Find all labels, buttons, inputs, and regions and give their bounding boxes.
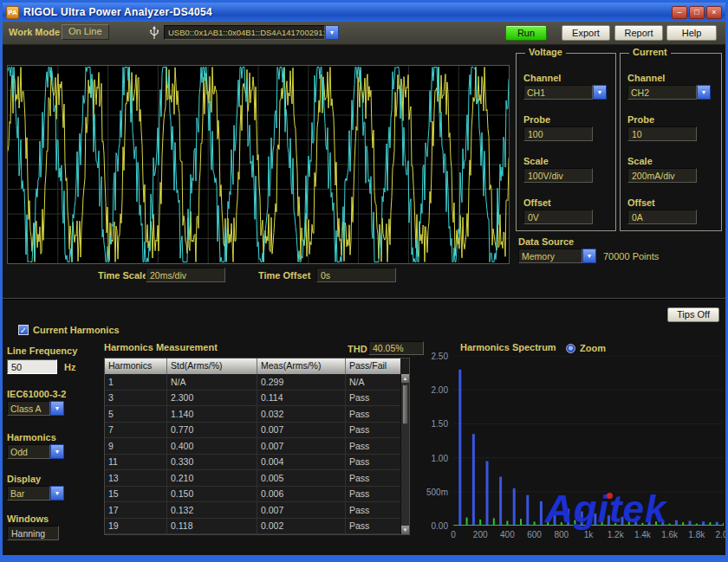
chevron-down-icon[interactable]: ▼ xyxy=(582,249,596,263)
current-harmonics-label: Current Harmonics xyxy=(33,325,120,335)
current-offset-field[interactable]: 0A xyxy=(627,210,697,224)
table-cell: 7 xyxy=(105,423,167,438)
title-bar[interactable]: PA RIGOL Ultra Power Analyzer-DS4054 – □… xyxy=(3,3,725,22)
harmonics-mode-value: Odd xyxy=(7,444,50,459)
voltage-group-title: Voltage xyxy=(525,47,566,57)
table-header-cell[interactable]: Std(Arms/%) xyxy=(167,359,257,374)
run-button[interactable]: Run xyxy=(505,25,547,41)
spectrum-y-label: 500m xyxy=(426,487,448,496)
spectrum-y-label: 2.00 xyxy=(432,385,448,395)
chevron-down-icon[interactable]: ▼ xyxy=(325,25,339,40)
thd-value-field: 40.05% xyxy=(368,341,424,355)
close-icon[interactable]: × xyxy=(706,6,722,19)
scroll-up-icon[interactable]: ▲ xyxy=(401,374,409,383)
data-source-points: 70000 Points xyxy=(603,251,659,262)
minimize-icon[interactable]: – xyxy=(672,6,687,19)
harmonics-table-body: 1N/A0.299N/A32.3000.114Pass51.1400.032Pa… xyxy=(105,374,400,534)
voltage-scale-field[interactable]: 100V/div xyxy=(523,168,593,183)
time-offset-field[interactable]: 0s xyxy=(316,268,396,282)
display-mode-select[interactable]: Bar ▼ xyxy=(7,486,64,501)
voltage-channel-select[interactable]: CH1 ▼ xyxy=(523,85,607,100)
table-cell: 0.210 xyxy=(167,470,257,486)
harmonics-mode-select[interactable]: Odd ▼ xyxy=(7,444,64,459)
table-row[interactable]: 1N/A0.299N/A xyxy=(105,374,400,391)
table-cell: 0.330 xyxy=(167,455,257,470)
table-row[interactable]: 90.4000.007Pass xyxy=(105,438,400,455)
table-cell: 15 xyxy=(105,487,167,502)
spectrum-x-label: 2.0k xyxy=(716,530,728,539)
table-row[interactable]: 130.2100.005Pass xyxy=(105,470,400,487)
table-row[interactable]: 32.3000.114Pass xyxy=(105,391,400,407)
chevron-down-icon[interactable]: ▼ xyxy=(50,401,64,416)
table-cell: 0.032 xyxy=(257,406,346,422)
current-harmonics-checkbox[interactable]: ✓ xyxy=(18,325,29,335)
usb-address-field[interactable]: USB0::0x1AB1::0x04B1::DS4A141700291::INS… xyxy=(164,25,325,40)
chevron-down-icon[interactable]: ▼ xyxy=(697,85,711,100)
export-button[interactable]: Export xyxy=(562,25,610,41)
table-cell: 19 xyxy=(105,519,167,534)
work-mode-label: Work Mode xyxy=(9,27,60,37)
spectrum-x-label: 1.8k xyxy=(688,530,705,539)
harmonics-mode-label: Harmonics xyxy=(7,432,56,442)
table-cell: 0.007 xyxy=(257,502,346,518)
data-source-select[interactable]: Memory ▼ xyxy=(518,249,596,263)
chevron-down-icon[interactable]: ▼ xyxy=(593,85,607,100)
section-divider xyxy=(3,298,725,300)
table-header-cell[interactable]: Harmonics xyxy=(105,359,167,374)
harmonics-table: HarmonicsStd(Arms/%)Meas(Arms/%)Pass/Fai… xyxy=(104,358,410,535)
spectrum-x-label: 1k xyxy=(584,530,594,539)
usb-icon xyxy=(148,26,160,40)
app-window: PA RIGOL Ultra Power Analyzer-DS4054 – □… xyxy=(0,0,728,562)
tips-off-button[interactable]: Tips Off xyxy=(667,307,719,322)
maximize-icon[interactable]: □ xyxy=(689,6,705,19)
spectrum-x-label: 1.6k xyxy=(661,530,678,539)
table-cell: Pass xyxy=(346,406,400,422)
table-cell: N/A xyxy=(167,374,257,390)
current-scale-field[interactable]: 200mA/div xyxy=(627,168,697,183)
usb-address-dropdown[interactable]: ▼ xyxy=(325,25,339,40)
table-header-cell[interactable]: Pass/Fail xyxy=(346,359,400,374)
window-function-field[interactable]: Hanning xyxy=(7,526,59,540)
table-cell: 1.140 xyxy=(167,406,257,422)
current-channel-select[interactable]: CH2 ▼ xyxy=(627,85,711,100)
harmonics-table-header: HarmonicsStd(Arms/%)Meas(Arms/%)Pass/Fai… xyxy=(105,359,400,374)
table-cell: Pass xyxy=(346,502,400,518)
line-frequency-input[interactable] xyxy=(7,359,57,374)
table-header-cell[interactable]: Meas(Arms/%) xyxy=(257,359,346,374)
zoom-label: Zoom xyxy=(580,343,606,353)
spectrum-chart xyxy=(453,356,724,527)
table-scrollbar[interactable]: ▲ ▼ xyxy=(400,374,409,534)
voltage-probe-field[interactable]: 100 xyxy=(523,126,593,141)
table-row[interactable]: 190.1180.002Pass xyxy=(105,519,400,535)
iec-class-select[interactable]: Class A ▼ xyxy=(7,401,64,416)
report-button[interactable]: Report xyxy=(614,25,663,41)
spectrum-x-label: 600 xyxy=(527,530,542,539)
table-cell: 17 xyxy=(105,502,167,518)
table-cell: 0.150 xyxy=(167,487,257,502)
table-row[interactable]: 170.1320.007Pass xyxy=(105,502,400,519)
table-row[interactable]: 70.7700.007Pass xyxy=(105,423,400,439)
table-cell: 0.132 xyxy=(167,502,257,518)
table-cell: 9 xyxy=(105,438,167,454)
table-cell: 0.299 xyxy=(257,374,346,390)
voltage-offset-label: Offset xyxy=(523,197,551,208)
chevron-down-icon[interactable]: ▼ xyxy=(50,444,64,459)
table-row[interactable]: 110.3300.004Pass xyxy=(105,455,400,471)
table-row[interactable]: 150.1500.006Pass xyxy=(105,487,400,503)
help-button[interactable]: Help xyxy=(666,25,717,41)
voltage-channel-value: CH1 xyxy=(523,85,593,100)
voltage-offset-field[interactable]: 0V xyxy=(523,210,593,224)
display-mode-label: Display xyxy=(7,474,41,484)
spectrum-ylabels: 0.00500m1.001.502.002.50 xyxy=(417,356,450,529)
scrollbar-thumb[interactable] xyxy=(402,384,408,424)
scroll-down-icon[interactable]: ▼ xyxy=(401,526,409,534)
current-probe-field[interactable]: 10 xyxy=(627,126,697,141)
chevron-down-icon[interactable]: ▼ xyxy=(50,486,64,501)
voltage-scale-label: Scale xyxy=(523,156,549,166)
table-row[interactable]: 51.1400.032Pass xyxy=(105,406,400,423)
table-cell: N/A xyxy=(346,374,400,390)
line-frequency-unit: Hz xyxy=(64,362,75,372)
zoom-radio[interactable] xyxy=(566,344,575,353)
current-group: Current Channel CH2 ▼ Probe 10 Scale 200… xyxy=(620,53,722,231)
time-scale-field[interactable]: 20ms/div xyxy=(146,268,225,282)
